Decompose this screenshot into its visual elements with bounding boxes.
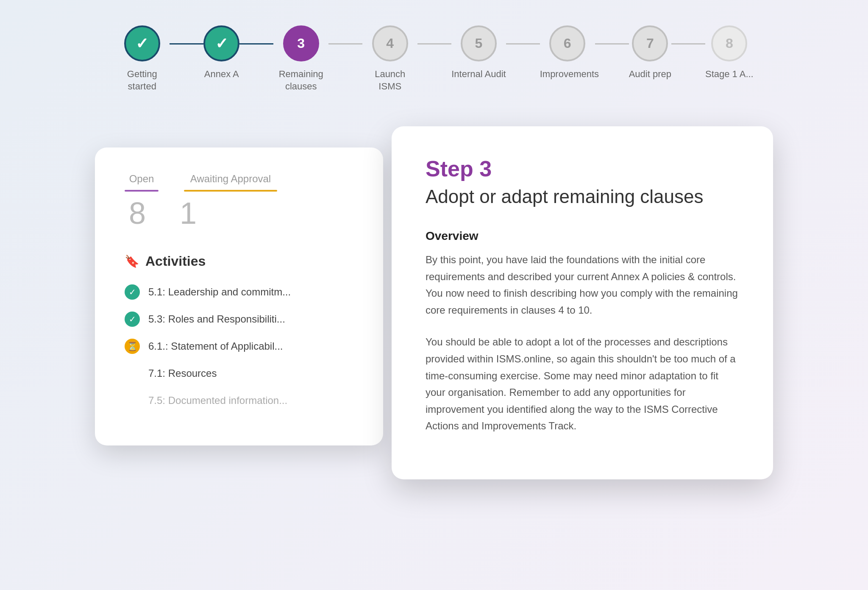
step-heading: Step 3 xyxy=(426,156,739,181)
connector-6-7 xyxy=(595,43,629,45)
counts-row: 8 1 xyxy=(125,196,353,232)
step-1-label: Getting started xyxy=(114,68,170,92)
connector-5-6 xyxy=(506,43,540,45)
activity-2-text: 5.3: Roles and Responsibiliti... xyxy=(148,313,285,325)
left-card: Open Awaiting Approval 8 1 🔖 Activities … xyxy=(95,148,383,445)
activity-1-icon: ✓ xyxy=(125,284,140,300)
step-4-label: Launch ISMS xyxy=(362,68,417,92)
step-8[interactable]: 8 Stage 1 A... xyxy=(705,25,754,81)
tab-open-label: Open xyxy=(129,173,154,185)
step-5-label: Internal Audit xyxy=(451,68,506,81)
step-3[interactable]: 3 Remaining clauses xyxy=(273,25,328,92)
connector-2-3 xyxy=(239,43,273,45)
activity-4[interactable]: 7.1: Resources xyxy=(125,366,353,381)
activity-4-icon xyxy=(125,366,140,381)
step-5[interactable]: 5 Internal Audit xyxy=(451,25,506,81)
activities-title: Activities xyxy=(145,253,206,269)
count-approval: 1 xyxy=(180,196,197,231)
overview-heading: Overview xyxy=(426,229,739,243)
activity-5-icon xyxy=(125,393,140,408)
activity-5[interactable]: 7.5: Documented information... xyxy=(125,393,353,408)
activity-5-text: 7.5: Documented information... xyxy=(148,395,287,406)
step-7-label: Audit prep xyxy=(629,68,671,81)
count-open: 8 xyxy=(129,196,146,231)
tab-open-bar xyxy=(125,190,159,192)
connector-3-4 xyxy=(328,43,362,45)
step-6-circle: 6 xyxy=(549,25,585,61)
step-2[interactable]: ✓ Annex A xyxy=(203,25,239,81)
activity-2[interactable]: ✓ 5.3: Roles and Responsibiliti... xyxy=(125,312,353,327)
step-3-label: Remaining clauses xyxy=(273,68,328,92)
overview-text-2: You should be able to adopt a lot of the… xyxy=(426,334,739,434)
step-7-number: 7 xyxy=(646,36,654,51)
step-1[interactable]: ✓ Getting started xyxy=(114,25,170,92)
activity-4-text: 7.1: Resources xyxy=(148,367,217,379)
step-8-label: Stage 1 A... xyxy=(705,68,754,81)
step-subheading: Adopt or adapt remaining clauses xyxy=(426,186,739,208)
tabs-row: Open Awaiting Approval xyxy=(125,173,353,192)
activity-3-text: 6.1.: Statement of Applicabil... xyxy=(148,340,283,352)
tab-awaiting-label: Awaiting Approval xyxy=(190,173,271,185)
tab-awaiting[interactable]: Awaiting Approval xyxy=(184,173,277,192)
step-3-number: 3 xyxy=(297,36,305,51)
progress-stepper: ✓ Getting started ✓ Annex A 3 Remaining … xyxy=(114,25,753,92)
step-6-label: Improvements xyxy=(540,68,595,81)
activity-1[interactable]: ✓ 5.1: Leadership and commitm... xyxy=(125,284,353,300)
connector-7-8 xyxy=(671,43,705,45)
connector-1-2 xyxy=(170,43,203,45)
tab-open[interactable]: Open xyxy=(125,173,159,192)
step-5-circle: 5 xyxy=(461,25,497,61)
step-1-circle: ✓ xyxy=(124,25,160,61)
step-4-number: 4 xyxy=(386,36,394,51)
step-2-label: Annex A xyxy=(204,68,239,81)
step-4[interactable]: 4 Launch ISMS xyxy=(362,25,417,92)
activity-1-text: 5.1: Leadership and commitm... xyxy=(148,286,291,298)
step-5-number: 5 xyxy=(475,36,483,51)
overview-text-1: By this point, you have laid the foundat… xyxy=(426,251,739,318)
step-8-number: 8 xyxy=(726,36,733,51)
step-2-circle: ✓ xyxy=(203,25,239,61)
step-6[interactable]: 6 Improvements xyxy=(540,25,595,81)
bookmark-icon: 🔖 xyxy=(125,254,139,268)
step-6-number: 6 xyxy=(564,36,571,51)
tab-approval-bar xyxy=(184,190,277,192)
activities-header: 🔖 Activities xyxy=(125,253,353,269)
connector-4-5 xyxy=(417,43,451,45)
step-3-circle: 3 xyxy=(283,25,319,61)
check-icon: ✓ xyxy=(136,35,148,53)
step-7-circle: 7 xyxy=(632,25,668,61)
step-7[interactable]: 7 Audit prep xyxy=(629,25,671,81)
activity-3-icon: ⏳ xyxy=(125,339,140,354)
main-scene: ✓ Getting started ✓ Annex A 3 Remaining … xyxy=(0,0,868,590)
step-8-circle: 8 xyxy=(711,25,747,61)
activity-2-icon: ✓ xyxy=(125,312,140,327)
activity-3[interactable]: ⏳ 6.1.: Statement of Applicabil... xyxy=(125,339,353,354)
check-icon-2: ✓ xyxy=(215,35,228,53)
cards-container: Open Awaiting Approval 8 1 🔖 Activities … xyxy=(95,126,773,508)
step-4-circle: 4 xyxy=(372,25,408,61)
right-card: Step 3 Adopt or adapt remaining clauses … xyxy=(392,126,773,479)
